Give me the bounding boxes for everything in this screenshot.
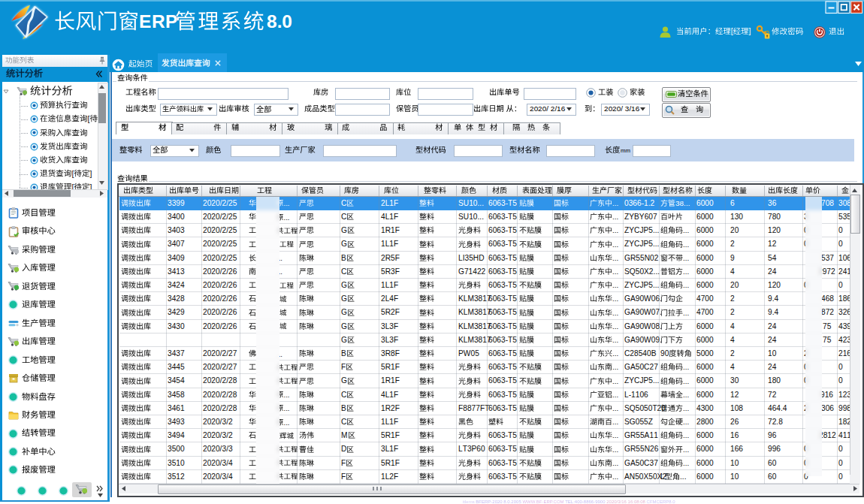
svg-text:36: 36 — [768, 199, 777, 207]
svg-text:3400: 3400 — [168, 213, 185, 221]
svg-text:6: 6 — [730, 199, 735, 207]
svg-text:9.4: 9.4 — [768, 294, 778, 303]
svg-text:464.4: 464.4 — [768, 404, 787, 412]
svg-text:3L3F: 3L3F — [381, 322, 398, 330]
svg-text:3494: 3494 — [168, 431, 185, 439]
svg-text:ZYCJP5...: ZYCJP5... — [624, 226, 659, 234]
svg-text:...: ... — [283, 404, 289, 412]
svg-text:1R1F: 1R1F — [381, 226, 400, 234]
svg-text:3413: 3413 — [168, 267, 185, 276]
svg-text:...: ... — [612, 445, 618, 454]
svg-text:G: G — [341, 336, 347, 344]
svg-text:6063-T5: 6063-T5 — [488, 472, 517, 481]
svg-text:6000: 6000 — [696, 267, 714, 276]
svg-text:24: 24 — [768, 322, 777, 330]
svg-text:G: G — [341, 377, 347, 385]
svg-text:2020/3/2: 2020/3/2 — [203, 431, 233, 439]
svg-text:...: ... — [683, 377, 689, 385]
svg-text:8.0: 8.0 — [267, 11, 292, 32]
svg-text:3R8F: 3R8F — [381, 349, 400, 358]
svg-text:3445: 3445 — [168, 363, 185, 371]
svg-text:3493: 3493 — [168, 418, 185, 426]
svg-text:...: ... — [683, 418, 689, 426]
svg-text:...: ... — [612, 363, 618, 371]
svg-text:3461: 3461 — [168, 404, 185, 412]
svg-text:166: 166 — [730, 445, 743, 454]
svg-text:3454: 3454 — [168, 377, 185, 385]
svg-text:20: 20 — [730, 281, 739, 289]
svg-text:2020/2/26: 2020/2/26 — [203, 294, 237, 303]
svg-text:SU10...: SU10... — [458, 213, 484, 221]
svg-text:GR55N02: GR55N02 — [624, 254, 659, 262]
svg-text:60: 60 — [768, 472, 777, 481]
svg-text:4: 4 — [730, 336, 735, 344]
svg-text:SQ50X2...: SQ50X2... — [624, 267, 660, 276]
svg-text:6063-T5: 6063-T5 — [488, 349, 517, 358]
svg-text:6000: 6000 — [696, 322, 714, 330]
svg-text:GA90W06.: GA90W06. — [624, 294, 662, 303]
svg-text:6000: 6000 — [696, 213, 714, 221]
svg-text:2020/3/4: 2020/3/4 — [203, 459, 233, 467]
svg-text:0: 0 — [838, 459, 843, 467]
svg-text:C: C — [341, 213, 346, 221]
svg-text:2020/2/27: 2020/2/27 — [203, 349, 237, 358]
svg-text:3510: 3510 — [168, 459, 185, 467]
svg-text:...: ... — [683, 254, 689, 262]
svg-text:4: 4 — [730, 363, 735, 371]
svg-text:6000: 6000 — [696, 281, 714, 289]
svg-text:6000: 6000 — [696, 254, 714, 262]
svg-text:...: ... — [612, 418, 618, 426]
svg-text:0366-1.2: 0366-1.2 — [624, 199, 655, 207]
svg-text:6063-T5: 6063-T5 — [488, 213, 517, 221]
svg-text:3429: 3429 — [168, 309, 185, 317]
svg-text:...: ... — [683, 363, 689, 371]
svg-text:[: [ — [71, 169, 74, 178]
svg-text:54: 54 — [768, 254, 777, 262]
svg-text:2020/3/3: 2020/3/3 — [203, 445, 233, 454]
svg-text:6000: 6000 — [696, 391, 714, 399]
svg-text:708: 708 — [821, 199, 834, 207]
svg-text:2020/2/28: 2020/2/28 — [203, 391, 237, 399]
svg-text:G: G — [341, 309, 347, 317]
svg-text:6000: 6000 — [696, 431, 714, 439]
svg-text:9: 9 — [730, 254, 735, 262]
svg-text:20: 20 — [730, 226, 739, 234]
svg-text:120: 120 — [768, 226, 781, 234]
svg-text:6000: 6000 — [696, 445, 714, 454]
svg-text:2020/ 3/16: 2020/ 3/16 — [604, 104, 640, 113]
svg-text:3407: 3407 — [168, 240, 185, 249]
svg-text:2L1F: 2L1F — [381, 199, 398, 207]
svg-text:...: ... — [612, 267, 618, 276]
svg-text:3430: 3430 — [168, 322, 185, 330]
svg-text:0: 0 — [838, 445, 843, 454]
svg-text:...: ... — [683, 404, 689, 412]
svg-text:2020/2/26: 2020/2/26 — [203, 267, 237, 276]
svg-text:2020/3/2: 2020/3/2 — [203, 418, 233, 426]
svg-text:12: 12 — [730, 391, 739, 399]
svg-text:2020/2/25: 2020/2/25 — [203, 226, 237, 234]
svg-text:3403: 3403 — [168, 226, 185, 234]
svg-text:6000: 6000 — [696, 377, 714, 385]
svg-text:9.4: 9.4 — [768, 309, 778, 317]
svg-text:3437: 3437 — [168, 349, 185, 358]
svg-text:2020/2/28: 2020/2/28 — [203, 377, 237, 385]
svg-text:...: ... — [683, 391, 689, 399]
svg-text:G: G — [341, 281, 347, 289]
svg-text:4: 4 — [730, 322, 735, 330]
svg-text:4L1F: 4L1F — [381, 213, 398, 221]
svg-text:2020/2/27: 2020/2/27 — [203, 363, 237, 371]
svg-text:0: 0 — [838, 377, 843, 385]
svg-text:6000: 6000 — [696, 459, 714, 467]
svg-text:GR55A11: GR55A11 — [624, 431, 658, 439]
svg-text:...: ... — [612, 281, 618, 289]
svg-text:2L4F: 2L4F — [381, 294, 398, 303]
svg-text:96: 96 — [768, 431, 777, 439]
svg-text:...: ... — [683, 431, 689, 439]
svg-text:6000: 6000 — [696, 472, 714, 481]
svg-text:60: 60 — [768, 459, 777, 467]
svg-text:2: 2 — [730, 349, 735, 358]
svg-text:2020/2/26: 2020/2/26 — [203, 322, 237, 330]
svg-text:130: 130 — [730, 213, 743, 221]
svg-text:4700: 4700 — [696, 309, 714, 317]
svg-text:]: ] — [90, 169, 92, 178]
